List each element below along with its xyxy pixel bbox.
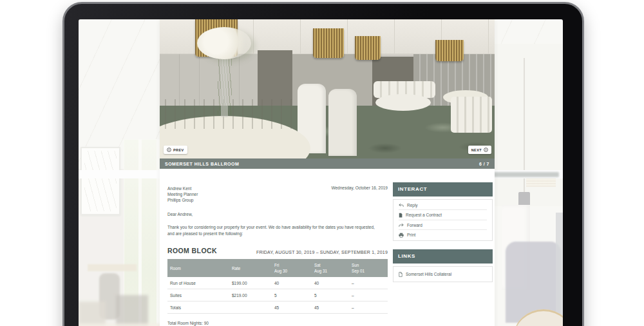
links-panel-header: LINKS [393,249,493,264]
links-panel: Somerset Hills Collateral [393,266,493,282]
interact-panel-header: INTERACT [393,182,493,197]
contract-icon [399,213,402,218]
action-label: Print [407,233,415,237]
action-label: Forward [407,223,422,227]
recipient-name: Andrew Kent [167,186,198,191]
laptop-frame: PREV NEXT SOMERSET HILLS BALLROOM 6 / 7 … [62,2,584,326]
print-action[interactable]: Print [399,230,487,240]
cell-room: Run of House [167,277,229,289]
circle-arrow-left-icon [167,148,171,152]
prev-label: PREV [173,148,184,152]
carousel-caption-bar: SOMERSET HILLS BALLROOM 6 / 7 [160,158,495,169]
forward-icon [399,223,404,227]
white-flowers [197,27,251,59]
room-block-title: ROOM BLOCK [167,247,217,254]
carousel-pagination: 6 / 7 [479,162,489,166]
forward-action[interactable]: Forward [399,220,487,230]
reply-action[interactable]: Reply [399,200,487,210]
link-label: Somerset Hills Collateral [406,272,451,276]
table-header-row: Room Rate FriAug 30 SatAug 31 SunSep 01 [167,259,388,277]
cell-fri: 5 [272,289,312,302]
cell-sat: 5 [312,289,349,302]
letter-body: Thank you for considering our property f… [167,224,375,236]
gold-chandelier [355,36,381,60]
foreground-chair [328,89,357,156]
cell-rate: $219.00 [229,289,272,302]
room-block-header: ROOM BLOCK FRIDAY, AUGUST 30, 2019 – SUN… [167,247,388,254]
collateral-link[interactable]: Somerset Hills Collateral [399,269,487,279]
print-icon [399,233,404,238]
cell-sun: – [349,277,388,289]
total-room-nights: Total Room Nights: 90 [167,321,487,325]
interact-panel: Reply Request a Contract Forward Print [393,199,493,241]
ballroom-photo [160,19,495,158]
banquet-table [375,94,431,111]
letter-date: Wednesday, October 16, 2019 [331,186,388,203]
flower-vase [221,58,228,117]
recipient-company: Phillips Group [167,197,198,203]
gold-chandelier [313,28,344,58]
room-block-date-range: FRIDAY, AUGUST 30, 2019 – SUNDAY, SEPTEM… [256,250,388,254]
cell-rate: $199.00 [229,277,272,289]
cell-rate [229,302,272,314]
table-row: Run of House $199.00 40 40 – [167,277,388,289]
recipient-title: Meeting Planner [167,191,198,197]
cell-sun: – [349,289,388,302]
photo-caption: SOMERSET HILLS BALLROOM [165,162,239,166]
cell-fri: 45 [272,302,312,314]
col-sun: SunSep 01 [349,259,388,277]
document-icon [399,272,402,277]
col-sat: SatAug 31 [312,259,349,277]
sidebar: INTERACT Reply Request a Contract Forwar… [393,182,493,282]
cell-sat: 40 [312,277,349,289]
table-row-totals: Totals 45 45 – [167,302,388,314]
action-label: Reply [407,203,418,207]
gold-chandelier [435,40,464,61]
col-room: Room [167,259,229,277]
col-rate: Rate [229,259,272,277]
photo-carousel: PREV NEXT SOMERSET HILLS BALLROOM 6 / 7 [160,19,495,169]
recipient-block: Andrew Kent Meeting Planner Phillips Gro… [167,186,198,203]
request-contract-action[interactable]: Request a Contract [399,210,487,220]
cell-sun: – [349,302,388,314]
table-row: Suites $219.00 5 5 – [167,289,388,302]
screen: PREV NEXT SOMERSET HILLS BALLROOM 6 / 7 … [79,19,563,326]
cell-room: Totals [167,302,229,314]
next-label: NEXT [471,148,482,152]
cell-fri: 40 [272,277,312,289]
banquet-chairs [451,97,492,133]
cell-sat: 45 [312,302,349,314]
col-fri: FriAug 30 [272,259,312,277]
cell-room: Suites [167,289,229,302]
reply-icon [399,203,404,207]
prev-button[interactable]: PREV [164,146,187,154]
room-block-table: Room Rate FriAug 30 SatAug 31 SunSep 01 … [167,259,388,314]
circle-arrow-right-icon [484,148,488,152]
next-button[interactable]: NEXT [468,146,491,154]
action-label: Request a Contract [406,213,442,217]
letter-header: Andrew Kent Meeting Planner Phillips Gro… [167,186,388,203]
